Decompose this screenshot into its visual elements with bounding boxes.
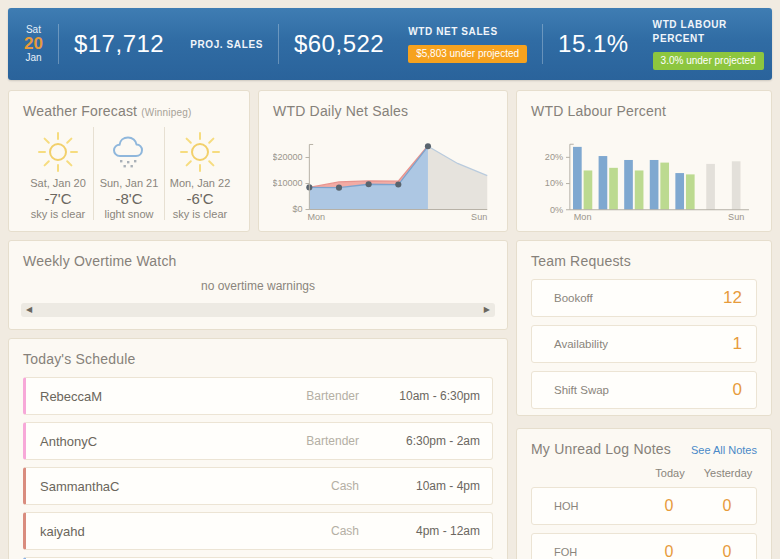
today-proj-sales-value: $17,712 <box>74 30 164 58</box>
header-divider <box>278 24 279 64</box>
svg-text:$10000: $10000 <box>273 178 303 188</box>
shift-time: 4pm - 12am <box>385 524 480 538</box>
header-divider <box>542 24 543 64</box>
column-yesterday: Yesterday <box>699 467 757 479</box>
log-notes-yesterday-count: 0 <box>698 543 756 559</box>
request-label: Availability <box>554 338 733 350</box>
shift-time: 10am - 4pm <box>385 479 480 493</box>
snow-cloud-icon <box>94 129 164 175</box>
request-count: 1 <box>733 334 742 354</box>
employee-role: Cash <box>331 479 359 493</box>
weather-temp: -6'C <box>165 190 235 207</box>
wtd-labour-percent-card: WTD Labour Percent 0%10%20%MonSun <box>516 90 772 232</box>
employee-name: kaiyahd <box>40 524 331 539</box>
date-day: 20 <box>24 35 43 52</box>
weather-title-text: Weather Forecast <box>23 103 137 119</box>
weather-date: Sat, Jan 20 <box>23 177 93 189</box>
request-count: 0 <box>733 380 742 400</box>
team-request-row-availability[interactable]: Availability 1 <box>531 325 757 363</box>
svg-text:0%: 0% <box>550 205 563 215</box>
svg-text:Mon: Mon <box>307 212 325 222</box>
weather-date: Mon, Jan 22 <box>165 177 235 189</box>
wtd-labour-percent-value: 15.1% <box>558 30 629 58</box>
employee-name: AnthonyC <box>40 434 306 449</box>
scroll-left-icon[interactable]: ◀ <box>26 306 32 314</box>
weather-temp: -7'C <box>23 190 93 207</box>
svg-text:$0: $0 <box>293 204 303 214</box>
log-notes-label: HOH <box>554 500 640 512</box>
kpi-header-bar: Sat 20 Jan $17,712 PROJ. SALES $60,522 W… <box>8 8 772 80</box>
sales-chart-title: WTD Daily Net Sales <box>273 103 493 119</box>
employee-role: Cash <box>331 524 359 538</box>
weather-desc: light snow <box>94 208 164 220</box>
team-requests-title: Team Requests <box>531 253 757 269</box>
wtd-labour-block: WTD LABOUR PERCENT 3.0% under projected <box>653 18 764 70</box>
employee-name: SammanthaC <box>40 479 331 494</box>
header-divider <box>58 24 59 64</box>
weather-day-2: Mon, Jan 22 -6'C sky is clear <box>164 127 235 220</box>
wtd-net-sales-value: $60,522 <box>294 30 384 58</box>
schedule-card-title: Today's Schedule <box>23 351 493 367</box>
log-notes-today-count: 0 <box>640 497 698 515</box>
shift-time: 10am - 6:30pm <box>385 389 480 403</box>
svg-text:Sun: Sun <box>728 212 744 222</box>
sales-area-chart: $0$10000$20000MonSun <box>273 125 493 233</box>
sun-icon <box>23 129 93 175</box>
request-label: Bookoff <box>554 292 723 304</box>
unread-log-notes-card: My Unread Log Notes See All Notes Today … <box>516 428 772 559</box>
weather-day-1: Sun, Jan 21 -8'C light snow <box>93 127 164 220</box>
schedule-row[interactable]: SammanthaC Cash 10am - 4pm <box>23 467 493 505</box>
wtd-labour-variance-badge: 3.0% under projected <box>653 52 764 70</box>
employee-role: Bartender <box>306 434 359 448</box>
shift-time: 6:30pm - 2am <box>385 434 480 448</box>
see-all-notes-link[interactable]: See All Notes <box>691 444 757 456</box>
current-date: Sat 20 Jan <box>24 25 43 63</box>
log-notes-today-count: 0 <box>640 543 698 559</box>
svg-text:10%: 10% <box>545 178 563 188</box>
log-notes-title: My Unread Log Notes <box>531 441 671 457</box>
scroll-right-icon[interactable]: ▶ <box>484 306 490 314</box>
sun-icon <box>165 129 235 175</box>
todays-schedule-card: Today's Schedule RebeccaM Bartender 10am… <box>8 338 508 559</box>
employee-role: Bartender <box>306 389 359 403</box>
weather-day-0: Sat, Jan 20 -7'C sky is clear <box>23 127 93 220</box>
overtime-status-text: no overtime warnings <box>23 279 493 293</box>
log-notes-row-hoh[interactable]: HOH 0 0 <box>531 487 757 525</box>
svg-text:Sun: Sun <box>471 212 487 222</box>
log-notes-yesterday-count: 0 <box>698 497 756 515</box>
wtd-daily-net-sales-card: WTD Daily Net Sales $0$10000$20000MonSun <box>258 90 508 232</box>
overtime-card-title: Weekly Overtime Watch <box>23 253 493 269</box>
weather-desc: sky is clear <box>23 208 93 220</box>
weather-temp: -8'C <box>94 190 164 207</box>
schedule-row[interactable]: RebeccaM Bartender 10am - 6:30pm <box>23 377 493 415</box>
column-today: Today <box>641 467 699 479</box>
svg-text:Mon: Mon <box>574 212 592 222</box>
log-notes-column-headers: Today Yesterday <box>531 467 757 479</box>
schedule-row[interactable]: kaiyahd Cash 4pm - 12am <box>23 512 493 550</box>
wtd-net-sales-variance-badge: $5,803 under projected <box>408 45 527 63</box>
dashboard: Sat 20 Jan $17,712 PROJ. SALES $60,522 W… <box>0 0 780 559</box>
labour-chart-title: WTD Labour Percent <box>531 103 757 119</box>
svg-text:20%: 20% <box>545 152 563 162</box>
team-request-row-shift-swap[interactable]: Shift Swap 0 <box>531 371 757 409</box>
overtime-horizontal-scrollbar[interactable]: ◀ ▶ <box>21 303 495 317</box>
team-requests-card: Team Requests Bookoff 12 Availability 1 … <box>516 240 772 416</box>
schedule-row[interactable]: AnthonyC Bartender 6:30pm - 2am <box>23 422 493 460</box>
employee-name: RebeccaM <box>40 389 306 404</box>
weather-card-title: Weather Forecast(Winnipeg) <box>23 103 235 119</box>
log-notes-row-foh[interactable]: FOH 0 0 <box>531 533 757 559</box>
wtd-net-sales-label: WTD NET SALES <box>408 25 527 38</box>
log-notes-label: FOH <box>554 546 640 558</box>
weather-location: (Winnipeg) <box>141 107 191 118</box>
wtd-labour-label: WTD LABOUR PERCENT <box>653 18 764 45</box>
weather-desc: sky is clear <box>165 208 235 220</box>
weather-forecast-card: Weather Forecast(Winnipeg) <box>8 90 250 232</box>
request-label: Shift Swap <box>554 384 733 396</box>
wtd-net-sales-block: WTD NET SALES $5,803 under projected <box>408 25 527 63</box>
weather-date: Sun, Jan 21 <box>94 177 164 189</box>
labour-bar-chart: 0%10%20%MonSun <box>531 125 757 233</box>
team-request-row-bookoff[interactable]: Bookoff 12 <box>531 279 757 317</box>
proj-sales-label: PROJ. SALES <box>190 39 263 50</box>
date-month: Jan <box>24 53 43 63</box>
svg-text:$20000: $20000 <box>273 152 303 162</box>
